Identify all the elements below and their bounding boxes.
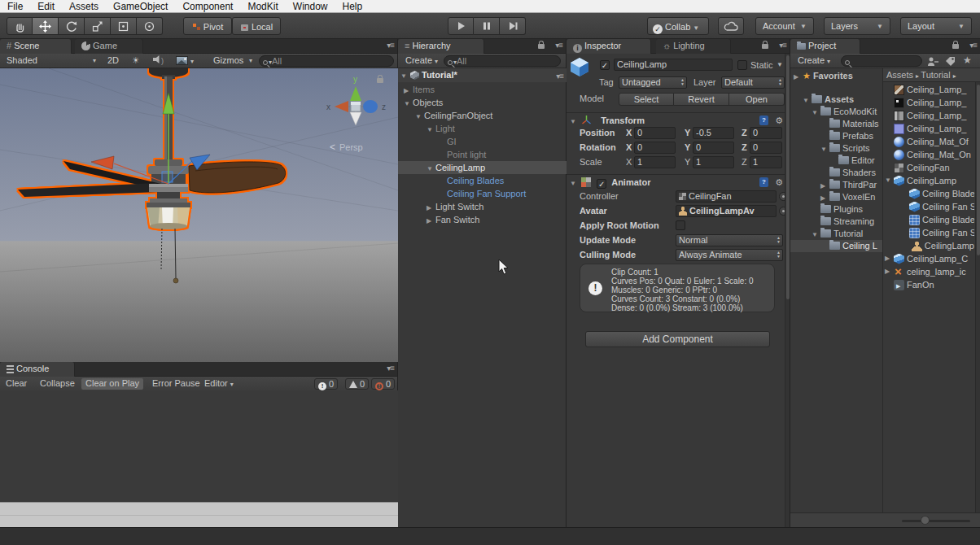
breadcrumb-current[interactable]: Tutorial	[921, 70, 950, 80]
file-list-scrollbar[interactable]	[975, 82, 980, 512]
rotation-x-field[interactable]: 0	[634, 142, 676, 154]
fold-arrow-icon[interactable]: ▶	[794, 71, 803, 82]
clear-button[interactable]: Clear	[2, 378, 31, 390]
search-by-label-icon[interactable]	[945, 56, 956, 66]
gameobject-name-field[interactable]: CeilingLamp	[614, 59, 733, 71]
hierarchy-item-objects[interactable]: ▼Objects	[398, 96, 567, 109]
static-checkbox[interactable]	[737, 60, 747, 70]
static-dropdown-icon[interactable]: ▼	[777, 61, 783, 68]
scale-x-field[interactable]: 1	[634, 156, 676, 168]
cloud-button[interactable]	[718, 17, 744, 35]
add-component-button[interactable]: Add Component	[585, 331, 770, 347]
project-search-input[interactable]	[841, 55, 922, 67]
project-tree-item-prefabs[interactable]: Prefabs	[790, 130, 882, 142]
axis-x-cone[interactable]	[335, 101, 348, 112]
console-log-area[interactable]	[0, 390, 398, 502]
menu-help[interactable]: Help	[335, 0, 370, 13]
file-item-ceilinglamp-c[interactable]: ▶CeilingLamp_C	[883, 252, 974, 265]
hierarchy-item-ceiling-blades[interactable]: Ceiling Blades	[398, 174, 567, 187]
step-button[interactable]	[500, 17, 526, 35]
axis-z-cone[interactable]	[363, 100, 378, 113]
scene-lock-icon[interactable]	[377, 78, 383, 83]
rect-tool-button[interactable]	[111, 17, 137, 35]
panel-menu-icon[interactable]: ▾≡	[387, 364, 394, 373]
position-y-field[interactable]: -0.5	[693, 127, 734, 139]
favorites-star-icon[interactable]: ★	[963, 54, 972, 66]
animator-enabled-checkbox[interactable]: ✓	[597, 179, 606, 189]
axis-down-cone[interactable]	[350, 112, 361, 125]
axis-y-cone[interactable]	[350, 86, 361, 101]
inspector-scrollbar[interactable]	[785, 54, 790, 527]
fold-arrow-icon[interactable]: ▶	[820, 180, 829, 191]
persp-toggle-icon[interactable]: <	[330, 142, 335, 153]
project-tree-item-thirdpar[interactable]: ▶ThirdPar	[790, 179, 882, 191]
hierarchy-item-gi[interactable]: GI	[398, 135, 567, 148]
file-item-ceiling-blade[interactable]: Ceiling Blade	[883, 213, 974, 226]
lock-icon[interactable]	[952, 44, 959, 49]
menu-gameobject[interactable]: GameObject	[106, 0, 175, 13]
hierarchy-item-fan-switch[interactable]: ▶Fan Switch	[398, 213, 567, 226]
project-tree-item-ceiling-l[interactable]: Ceiling L	[790, 240, 882, 252]
panel-menu-icon[interactable]: ▾≡	[779, 41, 786, 50]
fold-arrow-icon[interactable]: ▶	[820, 192, 829, 203]
culling-mode-dropdown[interactable]: Always Animate▲ ▼	[676, 249, 783, 261]
fold-arrow-icon[interactable]: ▶	[427, 215, 435, 226]
fold-arrow-icon[interactable]: ▼	[812, 107, 820, 118]
position-x-field[interactable]: 0	[634, 127, 676, 139]
info-count-toggle[interactable]: ! 0	[314, 378, 338, 390]
2d-toggle[interactable]: 2D	[104, 55, 122, 67]
apply-root-motion-checkbox[interactable]	[676, 220, 685, 230]
scene-header-row[interactable]: ▼Tutorial* ▾≡	[398, 68, 567, 82]
gizmo-x-arrow[interactable]	[91, 156, 114, 169]
hierarchy-item-light[interactable]: ▼Light	[398, 122, 567, 135]
file-item-ceilinglamp[interactable]: ▼CeilingLamp	[883, 174, 974, 187]
file-item-ceiling-fan-s[interactable]: Ceiling Fan S	[883, 226, 974, 239]
file-item-ceiling-lamp[interactable]: Ceiling_Lamp_	[883, 96, 974, 109]
hierarchy-item-items[interactable]: ▶Items	[398, 83, 567, 96]
panel-menu-icon[interactable]: ▾≡	[969, 41, 977, 50]
controller-object-field[interactable]: CeilingFan	[676, 190, 777, 203]
hierarchy-item-ceiling-fan-support[interactable]: Ceiling Fan Support	[398, 187, 567, 200]
transform-tool-button[interactable]	[137, 17, 163, 35]
panel-menu-icon[interactable]: ▾≡	[555, 41, 562, 50]
tab-game[interactable]: Game	[75, 39, 143, 54]
pause-button[interactable]	[474, 17, 500, 35]
tag-dropdown[interactable]: Untagged▲ ▼	[619, 76, 687, 89]
model-select-button[interactable]: Select	[619, 93, 674, 106]
collab-dropdown[interactable]: ✓ Collab ▼	[647, 17, 709, 35]
active-checkbox[interactable]: ✓	[600, 60, 610, 70]
lock-icon[interactable]	[762, 44, 768, 49]
fold-arrow-icon[interactable]: ▼	[570, 177, 579, 191]
project-tree-item-plugins[interactable]: Plugins	[790, 203, 882, 216]
menu-window[interactable]: Window	[286, 0, 335, 13]
position-z-field[interactable]: 0	[750, 127, 782, 139]
breadcrumb-root[interactable]: Assets	[883, 70, 913, 80]
create-dropdown[interactable]: Create ▾	[794, 55, 834, 67]
fold-arrow-icon[interactable]: ▼	[885, 174, 894, 187]
project-tree-item-editor[interactable]: Editor	[790, 155, 882, 167]
draw-mode-dropdown[interactable]: Shaded▾	[3, 55, 99, 67]
hierarchy-item-light-switch[interactable]: ▶Light Switch	[398, 200, 567, 213]
scene-viewport[interactable]: y x z < Persp	[0, 68, 398, 362]
fold-arrow-icon[interactable]: ▶	[427, 202, 435, 213]
avatar-object-field[interactable]: CeilingLampAv	[676, 205, 777, 217]
file-item-ceiling-mat-of[interactable]: Ceiling_Mat_Of	[883, 135, 974, 148]
fold-arrow-icon[interactable]: ▼	[812, 229, 820, 240]
rotation-z-field[interactable]: 0	[750, 142, 782, 154]
file-item-ceiling-blade[interactable]: Ceiling Blade	[883, 187, 974, 200]
scene-search-input[interactable]: ▾All	[259, 55, 394, 67]
menu-edit[interactable]: Edit	[30, 0, 62, 13]
fold-arrow-icon[interactable]: ▶	[885, 252, 894, 265]
model-revert-button[interactable]: Revert	[674, 93, 729, 106]
rotate-tool-button[interactable]	[59, 17, 85, 35]
file-item-ceiling-lamp[interactable]: Ceiling_Lamp_	[883, 122, 974, 135]
project-tree-item-scripts[interactable]: ▼Scripts	[790, 142, 882, 155]
animator-header[interactable]: ▼ ✓ Animator ? ⚙	[567, 174, 790, 189]
tab-scene[interactable]: # Scene	[0, 39, 72, 54]
tab-console[interactable]: Console	[0, 362, 75, 377]
pivot-toggle-button[interactable]: Pivot	[183, 17, 232, 35]
project-tree-item-ecomodkit[interactable]: ▼EcoModKit	[790, 106, 882, 118]
gear-icon[interactable]: ⚙	[775, 116, 783, 125]
create-dropdown[interactable]: Create ▾	[401, 55, 442, 67]
fold-arrow-icon[interactable]: ▼	[427, 163, 435, 174]
